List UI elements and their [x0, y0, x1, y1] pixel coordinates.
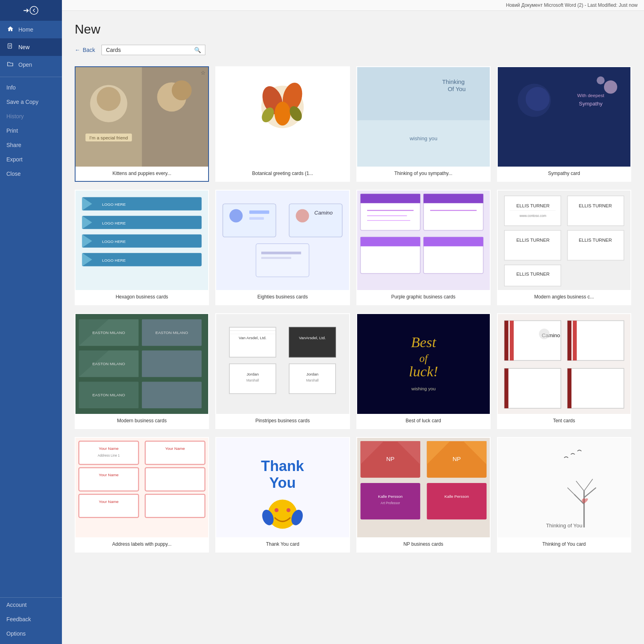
template-card-hexagon[interactable]: LOGO HERE LOGO HERE LOGO HERE LOGO HERE …	[75, 190, 209, 305]
svg-text:I'm a special friend: I'm a special friend	[89, 135, 128, 140]
search-bar: ← Back 🔍	[75, 45, 631, 55]
sidebar-item-history[interactable]: History	[0, 109, 62, 123]
svg-rect-138	[145, 494, 205, 517]
svg-point-9	[97, 87, 121, 111]
sidebar-item-info[interactable]: Info	[0, 80, 62, 95]
sidebar-item-home-label: Home	[18, 26, 33, 33]
search-back-link[interactable]: ← Back	[75, 47, 95, 53]
back-button[interactable]: ➔	[0, 0, 62, 21]
svg-rect-125	[567, 369, 624, 409]
template-thumb-np: NP NP Kalle Persson Art Professor Kalle …	[357, 438, 490, 537]
svg-text:EASTON MILANO: EASTON MILANO	[92, 393, 125, 397]
template-card-np[interactable]: NP NP Kalle Persson Art Professor Kalle …	[356, 437, 491, 553]
template-card-luck[interactable]: Best of luck! wishing you Best of luck c…	[356, 313, 491, 429]
template-label-luck: Best of luck card	[357, 414, 490, 428]
svg-text:ELLIS TURNER: ELLIS TURNER	[578, 237, 612, 242]
svg-text:Van Arsdel, Ltd.: Van Arsdel, Ltd.	[239, 336, 267, 340]
template-card-thinking[interactable]: Thinking Of You wishing you Thinking of …	[356, 66, 491, 182]
template-card-thinking2[interactable]: Thinking of You Thinking of You card	[497, 437, 631, 553]
template-thumb-botanical	[216, 67, 349, 167]
svg-rect-47	[223, 204, 276, 237]
svg-text:ELLIS TURNER: ELLIS TURNER	[578, 203, 612, 208]
sidebar-item-new-label: New	[18, 44, 30, 50]
sidebar-item-account[interactable]: Account	[0, 598, 62, 612]
svg-rect-128	[79, 441, 139, 464]
svg-text:ELLIS TURNER: ELLIS TURNER	[516, 271, 549, 276]
svg-rect-36	[82, 216, 202, 229]
template-card-botanical[interactable]: Botanical greeting cards (1...	[215, 66, 350, 182]
sidebar-item-new[interactable]: New	[0, 38, 62, 56]
sidebar-item-print[interactable]: Print	[0, 123, 62, 138]
template-label-modern-biz: Modern business cards	[76, 414, 208, 428]
template-card-eighties[interactable]: Camino Eighties business cards	[215, 190, 350, 305]
template-card-address[interactable]: Your Name Address Line 1 Your Name Your …	[75, 437, 209, 553]
main-content: Новий Документ Microsoft Word (2) - Last…	[62, 0, 644, 644]
svg-text:Thinking: Thinking	[442, 78, 464, 85]
template-thumb-tent: Camino	[498, 314, 630, 413]
svg-text:wishing you: wishing you	[411, 386, 435, 391]
svg-rect-50	[249, 217, 264, 220]
svg-text:Address Line 1: Address Line 1	[97, 453, 120, 457]
svg-rect-159	[427, 483, 487, 519]
sidebar-item-options[interactable]: Options	[0, 626, 62, 641]
topbar-title: Новий Документ Microsoft Word (2) - Last…	[506, 2, 638, 8]
back-circle-icon: ➔	[23, 6, 29, 15]
template-label-thankyou: Thank You card	[216, 537, 349, 552]
svg-point-0	[30, 6, 38, 14]
template-card-kittens[interactable]: I'm a special friend ☆ Kittens and puppi…	[75, 66, 209, 182]
template-card-purple[interactable]: Purple graphic business cards	[356, 190, 491, 305]
template-card-thankyou[interactable]: Thank You Thank You card	[215, 437, 350, 553]
sidebar-item-open[interactable]: Open	[0, 56, 62, 74]
svg-text:ELLIS TURNER: ELLIS TURNER	[516, 203, 549, 208]
template-label-pinstripes: Pinstripes business cards	[216, 414, 349, 428]
svg-rect-59	[360, 194, 420, 203]
svg-text:wishing you: wishing you	[409, 135, 437, 141]
svg-text:Kalle Persson: Kalle Persson	[378, 494, 402, 498]
template-label-hexagon: Hexagon business cards	[76, 290, 208, 304]
template-card-tent[interactable]: Camino Tent cards	[497, 313, 631, 429]
svg-text:Your Name: Your Name	[99, 499, 119, 503]
svg-rect-54	[256, 244, 309, 277]
svg-rect-101	[289, 328, 336, 358]
sidebar-item-open-label: Open	[18, 62, 32, 68]
svg-text:Thinking of You: Thinking of You	[546, 523, 582, 529]
template-card-sympathy[interactable]: With deepest Sympathy Sympathy card	[497, 66, 631, 182]
svg-text:luck!: luck!	[409, 364, 438, 380]
back-label: Back	[83, 47, 95, 53]
svg-text:Camino: Camino	[314, 210, 333, 216]
search-icon[interactable]: 🔍	[194, 47, 201, 53]
svg-rect-123	[504, 369, 561, 409]
template-thumb-thinking: Thinking Of You wishing you	[357, 67, 490, 167]
svg-text:ELLIS TURNER: ELLIS TURNER	[516, 237, 549, 242]
back-arrow-icon: ←	[75, 47, 80, 53]
svg-rect-55	[261, 252, 301, 254]
svg-point-28	[526, 87, 550, 111]
svg-rect-34	[82, 197, 202, 211]
svg-text:Of You: Of You	[447, 85, 465, 92]
svg-text:Your Name: Your Name	[165, 446, 185, 450]
svg-rect-79	[567, 231, 624, 260]
content-area: New ← Back 🔍	[62, 11, 644, 644]
sidebar-item-home[interactable]: Home	[0, 21, 62, 38]
template-thumb-thankyou: Thank You	[216, 438, 349, 537]
svg-text:Your Name: Your Name	[99, 446, 119, 450]
svg-text:With deepest: With deepest	[577, 93, 604, 98]
search-input[interactable]	[106, 47, 194, 53]
sidebar-item-close[interactable]: Close	[0, 167, 62, 181]
svg-text:Jordan: Jordan	[246, 372, 258, 377]
svg-text:EASTON MILANO: EASTON MILANO	[92, 330, 125, 335]
sidebar-item-feedback[interactable]: Feedback	[0, 612, 62, 626]
sidebar-item-share[interactable]: Share	[0, 138, 62, 152]
sidebar: ➔ Home New Open Info Save a Copy	[0, 0, 62, 644]
svg-rect-116	[504, 321, 508, 361]
template-thumb-sympathy: With deepest Sympathy	[498, 67, 630, 167]
svg-rect-49	[249, 211, 269, 214]
sidebar-item-save-copy[interactable]: Save a Copy	[0, 95, 62, 109]
template-card-pinstripes[interactable]: Van Arsdel, Ltd. VanArsdel, Ltd. Jordan …	[215, 313, 350, 429]
template-card-modern-biz[interactable]: EASTON MILANO EASTON MILANO EASTON MILAN…	[75, 313, 209, 429]
sidebar-item-export[interactable]: Export	[0, 152, 62, 167]
svg-rect-95	[142, 382, 202, 408]
svg-text:Your Name: Your Name	[99, 473, 119, 477]
svg-point-144	[286, 508, 290, 512]
template-card-modern-angles[interactable]: ELLIS TURNER www.contoso.com ELLIS TURNE…	[497, 190, 631, 305]
